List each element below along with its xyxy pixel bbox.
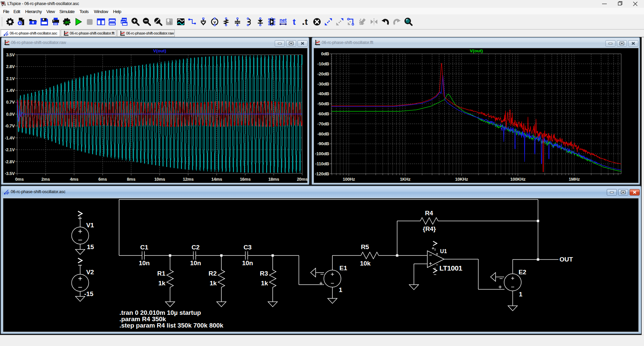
svg-text:100KHz: 100KHz xyxy=(510,177,526,182)
svg-text:18ms: 18ms xyxy=(268,177,279,182)
svg-text:14ms: 14ms xyxy=(211,177,222,182)
svg-text:10n: 10n xyxy=(242,260,253,267)
svg-text:0.0V: 0.0V xyxy=(6,112,15,117)
svg-text:-0.7V: -0.7V xyxy=(5,123,15,128)
svg-text:t: t xyxy=(305,17,308,26)
svg-text:C3: C3 xyxy=(244,244,252,251)
svg-text:.ac: .ac xyxy=(64,19,70,24)
svg-text:1MHz: 1MHz xyxy=(569,177,580,182)
svg-text:10ms: 10ms xyxy=(154,177,165,182)
svg-text:16ms: 16ms xyxy=(240,177,251,182)
svg-text:U1: U1 xyxy=(440,248,447,254)
svg-text:.param R4 350k: .param R4 350k xyxy=(119,315,166,323)
svg-text:-50dB: -50dB xyxy=(317,101,329,106)
svg-text:{R4}: {R4} xyxy=(423,225,436,232)
svg-text:1KHz: 1KHz xyxy=(400,177,411,182)
svg-text:2.8V: 2.8V xyxy=(6,64,15,69)
svg-text:10n: 10n xyxy=(139,260,150,267)
svg-text:-60dB: -60dB xyxy=(317,111,329,116)
svg-text:100Hz: 100Hz xyxy=(343,177,355,182)
svg-text:20ms: 20ms xyxy=(297,177,308,182)
svg-text:2.1V: 2.1V xyxy=(6,76,15,81)
svg-text:V1: V1 xyxy=(86,222,94,229)
svg-text:10KHz: 10KHz xyxy=(455,177,468,182)
svg-text:-80dB: -80dB xyxy=(317,131,329,136)
svg-text:-70dB: -70dB xyxy=(317,121,329,126)
svg-text:6ms: 6ms xyxy=(98,177,107,182)
svg-text:LT1001: LT1001 xyxy=(439,264,463,272)
svg-text:.tran 0 20.010m 10µ startup: .tran 0 20.010m 10µ startup xyxy=(119,309,201,316)
svg-text:net: net xyxy=(280,17,287,23)
svg-text:10k: 10k xyxy=(360,260,371,267)
svg-text:-120dB: -120dB xyxy=(315,171,329,176)
svg-text:R1: R1 xyxy=(157,270,166,277)
svg-text:v: v xyxy=(214,20,216,24)
svg-text:C1: C1 xyxy=(140,244,149,251)
svg-text:E1: E1 xyxy=(339,265,347,272)
svg-text:-40dB: -40dB xyxy=(317,91,329,96)
svg-text:15: 15 xyxy=(87,243,94,250)
svg-text:V2: V2 xyxy=(86,269,94,276)
svg-text:3.5V: 3.5V xyxy=(6,52,15,57)
svg-text:R4: R4 xyxy=(425,210,433,217)
svg-text:0ms: 0ms xyxy=(15,177,23,182)
svg-text:0.7V: 0.7V xyxy=(6,100,15,105)
svg-text:E2: E2 xyxy=(519,269,526,276)
svg-text:1: 1 xyxy=(519,291,523,298)
svg-text:V(out): V(out) xyxy=(153,48,166,53)
svg-text:-110dB: -110dB xyxy=(315,161,329,166)
svg-text:2ms: 2ms xyxy=(41,177,50,182)
svg-text:C2: C2 xyxy=(192,244,200,251)
svg-text:1.4V: 1.4V xyxy=(6,88,15,93)
svg-text:R2: R2 xyxy=(209,270,217,277)
svg-text:-1.4V: -1.4V xyxy=(5,135,15,140)
svg-text:-100dB: -100dB xyxy=(315,151,329,156)
svg-text:-15: -15 xyxy=(84,290,94,297)
svg-text:-2.1V: -2.1V xyxy=(5,147,15,152)
svg-text:-20dB: -20dB xyxy=(317,71,329,76)
svg-text:-30dB: -30dB xyxy=(317,81,329,86)
svg-text:1k: 1k xyxy=(158,280,166,287)
svg-text:-2.8V: -2.8V xyxy=(5,159,15,164)
svg-text:1k: 1k xyxy=(210,280,217,287)
svg-text:1k: 1k xyxy=(261,280,268,287)
svg-text:-90dB: -90dB xyxy=(317,141,329,146)
svg-text:.step param R4 list 350k 700k: .step param R4 list 350k 700k 800k xyxy=(119,322,223,329)
svg-text:1: 1 xyxy=(339,286,342,293)
svg-text:8ms: 8ms xyxy=(127,177,135,182)
svg-text:t: t xyxy=(293,17,296,26)
svg-text:V(out): V(out) xyxy=(470,48,483,53)
svg-text:12ms: 12ms xyxy=(183,177,194,182)
svg-text:R3: R3 xyxy=(260,270,268,277)
svg-text:-10dB: -10dB xyxy=(317,61,329,66)
svg-text:10n: 10n xyxy=(190,260,201,267)
svg-text:0dB: 0dB xyxy=(321,51,329,56)
svg-text:OUT: OUT xyxy=(559,256,573,263)
svg-text:-3.5V: -3.5V xyxy=(5,171,15,176)
svg-text:4ms: 4ms xyxy=(70,177,78,182)
svg-text:R5: R5 xyxy=(361,243,369,250)
